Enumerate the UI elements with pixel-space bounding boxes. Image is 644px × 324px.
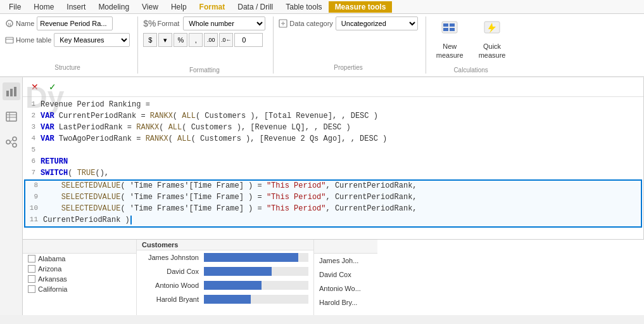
- decimal-increase-button[interactable]: .00: [204, 33, 218, 47]
- decimal-input[interactable]: [234, 33, 263, 47]
- menu-help[interactable]: Help: [165, 1, 193, 13]
- state-column: Alabama Arizona Arkansas California: [23, 240, 137, 315]
- confirm-formula-button[interactable]: ✓: [46, 80, 60, 94]
- menu-file[interactable]: File: [3, 1, 27, 13]
- code-line-1: 1 Revenue Period Ranking =: [23, 100, 643, 111]
- right-row-1: David Cox: [314, 268, 377, 282]
- svg-rect-5: [443, 23, 448, 27]
- right-row-2: Antonio Wo...: [314, 282, 377, 295]
- code-line-7: 7 SWITCH( TRUE(),: [23, 168, 643, 179]
- sidebar-table-icon[interactable]: [3, 108, 20, 126]
- structure-group: N Name Home table Key Measures Structure: [5, 16, 138, 74]
- data-category-select[interactable]: Uncategorized: [336, 16, 418, 30]
- bar-track-0: [204, 253, 308, 262]
- bar-fill-3: [204, 295, 251, 304]
- code-line-5: 5: [23, 145, 643, 157]
- svg-rect-6: [450, 23, 455, 27]
- dollar-button[interactable]: $: [143, 33, 157, 47]
- formula-toolbar: ✕ ✓: [23, 77, 643, 97]
- home-table-select[interactable]: Key Measures: [54, 33, 130, 47]
- data-category-icon-label: Data category: [279, 19, 332, 28]
- format-row: $% Format Whole number: [143, 16, 265, 30]
- ribbon-content: N Name Home table Key Measures Structure: [0, 14, 644, 76]
- name-icon-label: N Name: [5, 19, 34, 28]
- quick-measure-icon: [483, 19, 501, 41]
- bar-name-3: Harold Bryant: [142, 295, 199, 303]
- menu-insert[interactable]: Insert: [60, 1, 92, 13]
- menu-data-drill[interactable]: Data / Drill: [231, 1, 279, 13]
- menu-measure-tools[interactable]: Measure tools: [329, 1, 393, 13]
- california-label: California: [38, 285, 67, 293]
- quick-measure-button[interactable]: Quick measure: [474, 16, 511, 63]
- decimal-decrease-button[interactable]: .0←: [219, 33, 233, 47]
- properties-group: Data category Uncategorized Properties: [279, 16, 426, 74]
- sidebar-chart-icon[interactable]: [3, 82, 20, 100]
- california-checkbox[interactable]: [28, 285, 35, 293]
- format-select[interactable]: Whole number: [183, 16, 265, 30]
- bar-name-0: James Johnston: [142, 254, 199, 261]
- percent-button[interactable]: %: [174, 33, 187, 47]
- formatting-label: Formatting: [143, 65, 265, 74]
- quick-measure-label: Quick measure: [479, 42, 506, 60]
- svg-rect-4: [442, 22, 457, 33]
- svg-rect-10: [6, 91, 9, 96]
- calculations-group: New measure Quick measure Calculations: [431, 16, 511, 74]
- state-row-alabama: Alabama: [23, 254, 136, 264]
- alabama-checkbox[interactable]: [28, 255, 35, 262]
- cancel-formula-button[interactable]: ✕: [28, 80, 42, 94]
- sidebar-model-icon[interactable]: [3, 133, 20, 151]
- menu-table-tools[interactable]: Table tools: [279, 1, 328, 13]
- data-category-row: Data category Uncategorized: [279, 16, 417, 30]
- new-measure-button[interactable]: New measure: [431, 16, 469, 63]
- bar-name-2: Antonio Wood: [142, 282, 199, 289]
- code-line-10: 10 SELECTEDVALUE( 'Time Frames'[Time Fra…: [25, 204, 641, 215]
- arkansas-label: Arkansas: [38, 275, 67, 283]
- state-row-arizona: Arizona: [23, 264, 136, 274]
- code-line-2: 2 VAR CurrentPeriodRank = RANKX( ALL( Cu…: [23, 111, 643, 122]
- code-line-3: 3 VAR LastPeriodRank = RANKX( ALL( Custo…: [23, 122, 643, 134]
- code-line-9: 9 SELECTEDVALUE( 'Time Frames'[Time Fram…: [25, 192, 641, 204]
- state-row-arkansas: Arkansas: [23, 274, 136, 284]
- data-panel: Alabama Arizona Arkansas California: [23, 239, 644, 315]
- right-row-0: James Joh...: [314, 254, 377, 268]
- code-line-11: 11 CurrentPeriodRank ): [25, 215, 641, 226]
- comma-button[interactable]: ,: [189, 33, 203, 47]
- bar-row-3: Harold Bryant: [137, 292, 313, 306]
- arizona-checkbox[interactable]: [28, 265, 35, 273]
- calc-buttons: New measure Quick measure: [431, 16, 511, 63]
- bar-track-3: [204, 295, 308, 304]
- calculations-label: Calculations: [431, 65, 511, 74]
- arkansas-checkbox[interactable]: [28, 275, 35, 283]
- bar-name-1: David Cox: [142, 268, 199, 275]
- alabama-label: Alabama: [38, 255, 65, 262]
- svg-rect-12: [14, 87, 16, 96]
- state-column-header: [23, 240, 136, 254]
- highlight-block: 8 SELECTEDVALUE( 'Time Frames'[Time Fram…: [24, 179, 642, 228]
- bar-row-2: Antonio Wood: [137, 278, 313, 292]
- new-measure-label: New measure: [436, 42, 464, 60]
- right-header: [314, 240, 377, 254]
- name-input[interactable]: [37, 16, 113, 30]
- bar-fill-2: [204, 281, 262, 290]
- bar-track-2: [204, 281, 308, 290]
- code-line-8: 8 SELECTEDVALUE( 'Time Frames'[Time Fram…: [25, 181, 641, 192]
- svg-point-16: [13, 143, 16, 147]
- ribbon: N Name Home table Key Measures Structure: [0, 14, 644, 77]
- currency-row: $ ▾ % , .00 .0←: [143, 33, 265, 47]
- menu-modeling[interactable]: Modeling: [92, 1, 136, 13]
- menu-bar: File Home Insert Modeling View Help Form…: [0, 0, 644, 14]
- code-line-6: 6 RETURN: [23, 157, 643, 168]
- svg-rect-13: [6, 112, 16, 121]
- menu-home[interactable]: Home: [27, 1, 60, 13]
- svg-rect-11: [10, 89, 13, 96]
- menu-view[interactable]: View: [136, 1, 165, 13]
- name-row: N Name: [5, 16, 113, 30]
- menu-format[interactable]: Format: [193, 1, 232, 13]
- customers-header: Customers: [137, 240, 313, 250]
- svg-point-15: [13, 137, 16, 141]
- down-arrow-button[interactable]: ▾: [158, 33, 172, 47]
- properties-label: Properties: [279, 63, 417, 71]
- format-icon-label: $% Format: [143, 18, 179, 29]
- structure-label: Structure: [5, 63, 130, 71]
- code-editor[interactable]: 1 Revenue Period Ranking = 2 VAR Current…: [23, 97, 643, 239]
